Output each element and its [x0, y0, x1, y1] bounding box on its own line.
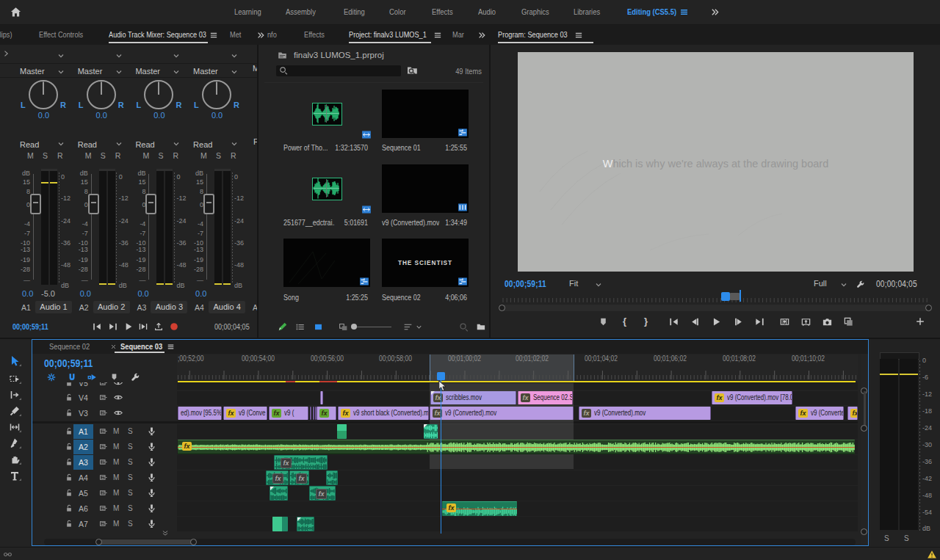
timeline-playhead-line[interactable]: [441, 372, 442, 534]
workspace-tab-assembly[interactable]: Assembly: [286, 0, 316, 24]
video-clip[interactable]: fxv9 (Converted).mov: [430, 407, 574, 420]
record-arm-button-A2[interactable]: R: [115, 151, 121, 160]
track-solo-A1[interactable]: S: [128, 427, 133, 435]
automation-dropdown-icon[interactable]: [115, 139, 123, 148]
track-mute-A4[interactable]: M: [113, 473, 119, 481]
video-clip[interactable]: [313, 407, 314, 420]
mixer-transport-play-icon[interactable]: [123, 321, 134, 332]
pan-knob-A4[interactable]: [201, 79, 232, 110]
fader-handle-A1[interactable]: [30, 194, 41, 214]
track-name-V4[interactable]: V4: [79, 393, 88, 402]
track-lock-icon[interactable]: [65, 488, 73, 498]
tab-overflow-icon[interactable]: [477, 31, 486, 40]
track-mute-A5[interactable]: M: [113, 489, 119, 497]
sync-lock-icon[interactable]: [98, 457, 109, 467]
mute-button-A1[interactable]: M: [27, 151, 34, 160]
track-name-A4[interactable]: A4: [79, 473, 88, 482]
video-clip[interactable]: [310, 407, 311, 420]
audio-clip-music[interactable]: fx: [178, 440, 855, 454]
tab-project-dock-3[interactable]: Mar: [452, 25, 464, 45]
v-scroll-zoom-handle[interactable]: [861, 528, 867, 535]
timeline-settings-icon[interactable]: [130, 372, 140, 382]
bus-select-A1[interactable]: Master: [20, 64, 45, 79]
video-clip[interactable]: fxv9 (Converte: [795, 407, 844, 420]
level-value-A1[interactable]: 0.0: [22, 289, 33, 298]
sync-lock-icon[interactable]: [98, 442, 109, 451]
resolution-chevron-icon[interactable]: [839, 280, 848, 289]
tab-mixer-dock-0[interactable]: (clips): [0, 25, 12, 45]
pan-knob-A3[interactable]: [143, 79, 174, 110]
mixer-transport-record-icon[interactable]: [169, 321, 179, 332]
level-value-A3[interactable]: 0.0: [137, 289, 148, 298]
track-lock-icon[interactable]: [65, 503, 73, 513]
sync-lock-icon[interactable]: [98, 473, 109, 482]
home-icon[interactable]: [10, 6, 22, 18]
program-zoom-scrollbar[interactable]: [502, 305, 929, 311]
zoom-scrollbar-right-handle[interactable]: [925, 305, 932, 311]
track-mute-A7[interactable]: M: [113, 520, 119, 528]
audio-clip-voice[interactable]: fx: [442, 501, 517, 516]
button-editor-plus-icon[interactable]: [915, 316, 925, 327]
track-lock-icon[interactable]: [65, 519, 73, 528]
pan-value-A2[interactable]: 0.0: [73, 111, 131, 120]
track-mute-A1[interactable]: M: [113, 427, 119, 435]
mixer-transport-goto-in-icon[interactable]: [92, 321, 102, 332]
effect-slot-dropdown-icon[interactable]: [115, 51, 123, 60]
program-mini-ruler[interactable]: [502, 292, 929, 304]
track-lock-icon[interactable]: [65, 393, 73, 402]
bus-dropdown-icon[interactable]: [115, 68, 123, 76]
track-name-V5[interactable]: V5: [79, 382, 88, 388]
track-lock-icon[interactable]: [65, 457, 73, 467]
tab-mixer-dock-3[interactable]: Met: [230, 25, 241, 45]
solo-button-A1[interactable]: S: [43, 151, 48, 160]
transport-brace-open[interactable]: {: [623, 316, 626, 327]
header-scroll-chevrons-icon[interactable]: [161, 529, 170, 537]
level-value-A4[interactable]: 0.0: [195, 289, 206, 298]
track-output-eye-icon[interactable]: [113, 408, 123, 418]
track-mute-A3[interactable]: M: [113, 458, 119, 466]
track-output-eye-icon[interactable]: [113, 393, 123, 402]
video-clip[interactable]: ed).mov [95.5%]: [178, 407, 222, 420]
sync-lock-icon[interactable]: [98, 488, 109, 498]
v-scroll-handle-bar[interactable]: [864, 391, 866, 428]
pan-value-A3[interactable]: 0.0: [130, 111, 188, 120]
track-solo-A5[interactable]: S: [128, 489, 133, 497]
audio-clip[interactable]: fx: [266, 470, 289, 485]
track-name-A5[interactable]: A5: [79, 489, 88, 498]
voiceover-record-icon[interactable]: [147, 442, 156, 451]
bus-dropdown-icon[interactable]: [230, 68, 239, 76]
sort-chevron-icon[interactable]: [415, 323, 423, 331]
strip-track-name-A4[interactable]: Audio 4: [209, 301, 245, 313]
bus-dropdown-icon[interactable]: [172, 68, 181, 76]
h-scroll-left-handle[interactable]: [95, 539, 102, 545]
audio-clip[interactable]: [297, 517, 314, 531]
solo-button-A2[interactable]: S: [101, 151, 106, 160]
mute-button-A3[interactable]: M: [142, 151, 149, 160]
tab-project-dock-0[interactable]: nfo: [267, 25, 277, 45]
track-mute-A6[interactable]: M: [113, 504, 119, 512]
automation-select-A1[interactable]: Read: [20, 137, 39, 152]
track-solo-A3[interactable]: S: [128, 458, 133, 466]
audio-clip[interactable]: fx: [289, 470, 309, 485]
linked-selection-icon[interactable]: [87, 372, 98, 382]
tab-overflow-icon[interactable]: [256, 31, 265, 40]
zoom-slider-track[interactable]: [353, 327, 391, 328]
zoom-scrollbar-left-handle[interactable]: [499, 305, 505, 311]
panel-menu-icon[interactable]: [433, 31, 442, 40]
strip-track-name-A2[interactable]: Audio 2: [93, 301, 130, 313]
transport-step-back-icon[interactable]: [690, 316, 701, 327]
record-arm-button-A4[interactable]: R: [231, 151, 236, 160]
record-arm-button-A3[interactable]: R: [173, 151, 178, 160]
transport-goto-out-icon[interactable]: [754, 316, 765, 327]
transport-marker-icon[interactable]: [598, 316, 609, 327]
bus-dropdown-icon[interactable]: [57, 68, 65, 76]
workspace-menu-icon[interactable]: [679, 7, 689, 17]
track-lock-icon[interactable]: [65, 382, 73, 388]
fader-handle-A3[interactable]: [145, 194, 156, 214]
voiceover-record-icon[interactable]: [147, 473, 156, 482]
audio-clip[interactable]: [270, 486, 288, 501]
icon-view-button-icon[interactable]: [314, 322, 323, 332]
automation-dropdown-icon[interactable]: [57, 139, 65, 148]
transport-goto-in-icon[interactable]: [668, 316, 679, 327]
fader-handle-A2[interactable]: [88, 194, 99, 214]
